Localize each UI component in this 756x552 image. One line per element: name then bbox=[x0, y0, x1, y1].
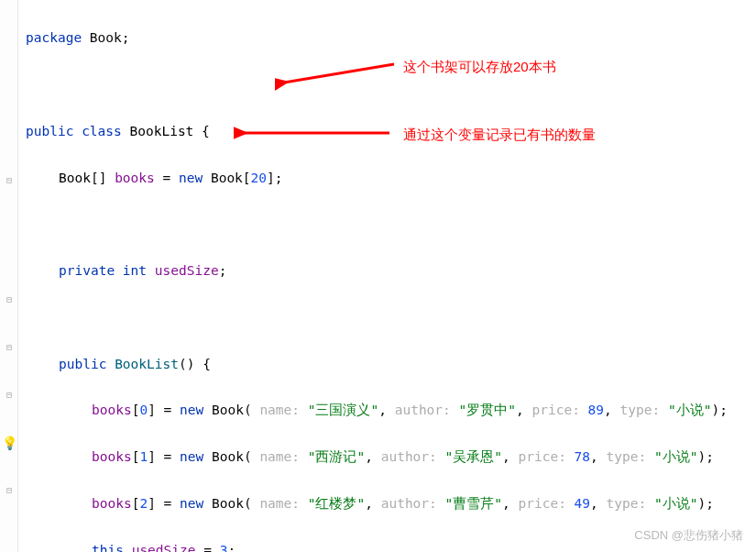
fold-icon[interactable]: ⊟ bbox=[3, 341, 16, 354]
fold-icon[interactable]: ⊟ bbox=[3, 174, 16, 187]
intention-bulb-icon[interactable]: 💡 bbox=[3, 436, 16, 449]
editor-gutter: ⊟ ⊟ ⊟ ⊟ 💡 ⊟ bbox=[0, 0, 18, 552]
code-line bbox=[20, 213, 728, 236]
fold-icon[interactable]: ⊟ bbox=[3, 389, 16, 402]
fold-icon[interactable]: ⊟ bbox=[3, 293, 16, 306]
code-line: books[0] = new Book( name: "三国演义", autho… bbox=[20, 399, 728, 422]
code-line bbox=[20, 73, 728, 96]
annotation-text: 这个书架可以存放20本书 bbox=[403, 55, 556, 79]
code-line: package Book; bbox=[20, 27, 728, 50]
code-line: public class BookList { bbox=[20, 120, 728, 143]
watermark: CSDN @悲伤猪小猪 bbox=[634, 525, 743, 546]
code-line: Book[] books = new Book[20]; bbox=[20, 167, 728, 190]
code-area[interactable]: package Book; public class BookList { Bo… bbox=[20, 4, 728, 552]
annotation-text: 通过这个变量记录已有书的数量 bbox=[403, 123, 596, 147]
code-line: private int usedSize; bbox=[20, 259, 728, 282]
fold-icon[interactable]: ⊟ bbox=[3, 484, 16, 497]
code-line: public BookList() { bbox=[20, 353, 728, 376]
code-line: books[1] = new Book( name: "西游记", author… bbox=[20, 446, 728, 469]
code-line bbox=[20, 306, 728, 329]
code-line: this.usedSize = 3; bbox=[20, 539, 728, 552]
code-line: books[2] = new Book( name: "红楼梦", author… bbox=[20, 492, 728, 515]
